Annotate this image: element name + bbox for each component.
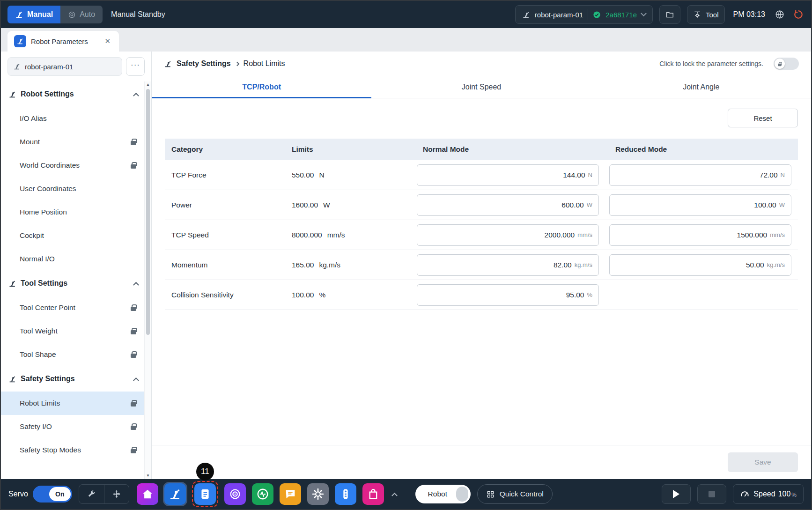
power-reset-icon[interactable] <box>792 8 805 21</box>
section-label: Robot Settings <box>21 90 74 98</box>
tab-joint-angle[interactable]: Joint Angle <box>591 76 811 98</box>
store-app-button[interactable] <box>362 483 384 505</box>
program-pill[interactable]: robot-param-01 2a68171e <box>515 5 653 24</box>
version-id: 2a68171e <box>605 11 637 19</box>
sidebar-item-world-coordinates[interactable]: World Coordinates <box>1 154 144 177</box>
scroll-down-icon[interactable]: ▼ <box>146 473 150 479</box>
sidebar-scrollbar[interactable]: ▲ ▼ <box>144 81 151 479</box>
servo-toggle[interactable]: On <box>33 486 72 503</box>
normal-mode-input[interactable]: 144.00N <box>417 164 599 186</box>
save-button[interactable]: Save <box>728 452 798 472</box>
more-options-button[interactable] <box>126 57 145 76</box>
section-robot-settings[interactable]: Robot Settings <box>1 81 144 107</box>
reduced-mode-input[interactable]: 50.00kg.m/s <box>609 254 791 276</box>
servo-label: Servo <box>8 490 28 498</box>
param-file-name: robot-param-01 <box>25 63 73 71</box>
speed-control[interactable]: Speed 100 % <box>733 484 804 504</box>
sidebar-item-io-alias[interactable]: I/O Alias <box>1 107 144 130</box>
robot-view-toggle[interactable]: Robot <box>415 485 471 503</box>
log-app-button[interactable] <box>280 483 301 505</box>
sidebar-item-user-coordinates[interactable]: User Coordinates <box>1 177 144 200</box>
section-tool-settings[interactable]: Tool Settings <box>1 271 144 296</box>
version-chevron-down-icon[interactable] <box>641 10 647 16</box>
header-reduced-mode: Reduced Mode <box>609 145 791 154</box>
servo-state: On <box>49 487 71 501</box>
reduced-mode-input[interactable]: 72.00N <box>609 164 791 186</box>
monitoring-app-button[interactable] <box>252 483 273 505</box>
table-row-collision-sensitivity: Collision Sensitivity 100.00% 95.00% <box>165 280 798 310</box>
table-row-power: Power 1600.00W 600.00W 100.00W <box>165 190 798 220</box>
sidebar-item-safety-io[interactable]: Safety I/O <box>1 415 144 438</box>
settings-app-button[interactable] <box>307 483 329 505</box>
sidebar-item-tool-shape[interactable]: Tool Shape <box>1 343 144 366</box>
robot-parameters-app-button[interactable] <box>164 483 186 505</box>
tab-close-icon[interactable] <box>103 36 112 46</box>
normal-mode-input[interactable]: 95.00% <box>417 284 599 306</box>
scrollbar-thumb[interactable] <box>146 89 150 335</box>
manual-mode-button[interactable]: Manual <box>7 6 60 23</box>
tab-robot-parameters[interactable]: Robot Parameters <box>7 31 119 52</box>
tab-tcp-robot[interactable]: TCP/Robot <box>152 76 371 98</box>
globe-icon[interactable] <box>774 8 786 21</box>
section-safety-settings[interactable]: Safety Settings <box>1 366 144 392</box>
padlock-icon <box>131 330 136 334</box>
move-axes-icon <box>112 489 121 499</box>
open-file-button[interactable] <box>659 5 680 24</box>
normal-mode-input[interactable]: 2000.000mm/s <box>417 224 599 246</box>
sidebar-item-cockpit[interactable]: Cockpit <box>1 224 144 247</box>
breadcrumb-page: Robot Limits <box>244 59 285 68</box>
top-bar: Manual Auto Manual Standby robot-param-0… <box>1 1 811 28</box>
input-unit: N <box>781 171 785 178</box>
reset-row: Reset <box>165 109 798 127</box>
sidebar-item-safety-stop-modes[interactable]: Safety Stop Modes <box>1 438 144 462</box>
scroll-up-icon[interactable]: ▲ <box>146 82 150 88</box>
sidebar-item-tool-center-point[interactable]: Tool Center Point <box>1 296 144 319</box>
wrench-button[interactable] <box>79 485 104 503</box>
home-app-button[interactable] <box>137 483 158 505</box>
check-circle-icon <box>593 11 601 19</box>
reduced-mode-input[interactable]: 100.00W <box>609 194 791 216</box>
jog-move-button[interactable] <box>104 485 129 503</box>
remote-control-app-button[interactable] <box>335 483 356 505</box>
home-icon <box>141 488 154 501</box>
input-unit: W <box>779 201 785 208</box>
breadcrumb-section[interactable]: Safety Settings <box>177 59 231 68</box>
auto-mode-label: Auto <box>80 10 95 19</box>
grid-icon <box>486 490 495 499</box>
normal-mode-input[interactable]: 82.00kg.m/s <box>417 254 599 276</box>
remote-icon <box>339 488 352 501</box>
sidebar-item-home-position[interactable]: Home Position <box>1 200 144 224</box>
sidebar-item-mount[interactable]: Mount <box>1 130 144 154</box>
parameter-lock-toggle[interactable] <box>774 58 799 70</box>
tool-button[interactable]: Tool <box>687 5 725 24</box>
padlock-icon <box>131 354 136 358</box>
sidebar-item-tool-weight[interactable]: Tool Weight <box>1 319 144 343</box>
stop-button[interactable] <box>697 484 726 504</box>
robot-parameters-icon <box>169 488 182 501</box>
sidebar-item-normal-io[interactable]: Normal I/O <box>1 247 144 271</box>
dock-collapse-button[interactable] <box>390 487 399 501</box>
param-file-field[interactable]: robot-param-01 <box>7 57 122 76</box>
normal-mode-input[interactable]: 600.00W <box>417 194 599 216</box>
padlock-icon <box>131 307 136 311</box>
jog-app-button[interactable] <box>224 483 246 505</box>
utility-button-group <box>79 484 129 504</box>
program-name: robot-param-01 <box>535 11 583 19</box>
input-unit: kg.m/s <box>575 261 592 268</box>
quick-control-button[interactable]: Quick Control <box>477 484 553 504</box>
auto-mode-button[interactable]: Auto <box>60 6 103 23</box>
breadcrumb: Safety Settings Robot Limits Click to lo… <box>152 52 811 76</box>
reduced-mode-input[interactable]: 1500.000mm/s <box>609 224 791 246</box>
task-editor-app-button[interactable] <box>194 483 216 505</box>
item-label: Safety Stop Modes <box>20 446 81 454</box>
reset-button[interactable]: Reset <box>728 109 798 127</box>
target-icon <box>229 488 242 501</box>
sidebar-item-robot-limits[interactable]: Robot Limits <box>1 392 144 415</box>
item-label: Normal I/O <box>20 255 55 263</box>
speed-label: Speed <box>753 490 775 498</box>
breadcrumb-separator-icon <box>235 61 239 66</box>
tab-joint-speed[interactable]: Joint Speed <box>371 76 591 98</box>
input-value: 100.00 <box>754 201 776 209</box>
breadcrumb-robot-icon <box>164 60 172 68</box>
play-button[interactable] <box>662 484 691 504</box>
